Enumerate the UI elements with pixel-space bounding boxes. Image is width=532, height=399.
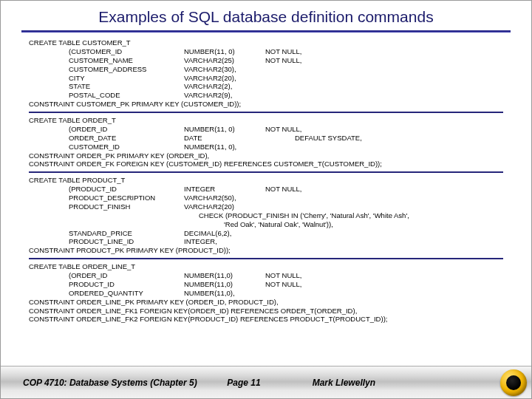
col-row: STANDARD_PRICEDECIMAL(6,2), bbox=[29, 229, 503, 238]
col-row: POSTAL_CODEVARCHAR2(9), bbox=[29, 91, 503, 100]
col-row: ORDER_DATEDATEDEFAULT SYSDATE, bbox=[29, 134, 503, 143]
sql-block-orderline: CREATE TABLE ORDER_LINE_T (ORDER_IDNUMBE… bbox=[29, 261, 503, 325]
col-row: PRODUCT_LINE_IDINTEGER, bbox=[29, 237, 503, 246]
constraint-line: CONSTRAINT ORDER_FK FOREIGN KEY (CUSTOME… bbox=[29, 160, 503, 168]
sql-block-product: CREATE TABLE PRODUCT_T (PRODUCT_IDINTEGE… bbox=[29, 174, 503, 256]
col-row: CUSTOMER_NAMEVARCHAR2(25)NOT NULL, bbox=[29, 56, 503, 65]
footer-course: COP 4710: Database Systems (Chapter 5) bbox=[23, 378, 197, 388]
col-row: CITYVARCHAR2(20), bbox=[29, 74, 503, 83]
footer-bar: COP 4710: Database Systems (Chapter 5) P… bbox=[1, 366, 531, 398]
slide-title: Examples of SQL database definition comm… bbox=[1, 1, 531, 30]
col-row: (CUSTOMER_IDNUMBER(11, 0)NOT NULL, bbox=[29, 47, 503, 56]
col-row: (ORDER_IDNUMBER(11, 0)NOT NULL, bbox=[29, 125, 503, 134]
constraint-line: CONSTRAINT ORDER_LINE_FK2 FOREIGN KEY(PR… bbox=[29, 315, 503, 324]
col-row: PRODUCT_DESCRIPTIONVARCHAR2(50), bbox=[29, 194, 503, 202]
sql-block-customer: CREATE TABLE CUSTOMER_T (CUSTOMER_IDNUMB… bbox=[29, 37, 503, 110]
constraint-line: CONSTRAINT PRODUCT_PK PRIMARY KEY (PRODU… bbox=[29, 246, 503, 255]
divider bbox=[29, 171, 503, 173]
check-constraint: 'Red Oak', 'Natural Oak', 'Walnut')), bbox=[29, 220, 503, 229]
create-stmt: CREATE TABLE ORDER_LINE_T bbox=[29, 262, 503, 271]
col-row: ORDERED_QUANTITYNUMBER(11,0), bbox=[29, 289, 503, 298]
ucf-logo-icon bbox=[500, 369, 527, 396]
col-row: CUSTOMER_IDNUMBER(11, 0), bbox=[29, 143, 503, 151]
col-row: PRODUCT_IDNUMBER(11,0)NOT NULL, bbox=[29, 280, 503, 289]
create-stmt: CREATE TABLE ORDER_T bbox=[29, 116, 503, 125]
title-underline bbox=[21, 30, 511, 33]
create-stmt: CREATE TABLE CUSTOMER_T bbox=[29, 38, 503, 47]
divider bbox=[29, 258, 503, 259]
col-row: CUSTOMER_ADDRESSVARCHAR2(30), bbox=[29, 65, 503, 74]
footer-author: Mark Llewellyn bbox=[290, 378, 487, 388]
constraint-line: CONSTRAINT ORDER_PK PRIMARY KEY (ORDER_I… bbox=[29, 151, 503, 160]
col-row: (ORDER_IDNUMBER(11,0)NOT NULL, bbox=[29, 271, 503, 280]
constraint-line: CONSTRAINT ORDER_LINE_FK1 FOREIGN KEY(OR… bbox=[29, 307, 503, 316]
constraint-line: CONSTRAINT CUSTOMER_PK PRIMARY KEY (CUST… bbox=[29, 100, 503, 109]
content-area: CREATE TABLE CUSTOMER_T (CUSTOMER_IDNUMB… bbox=[1, 34, 531, 366]
col-row: (PRODUCT_IDINTEGERNOT NULL, bbox=[29, 185, 503, 194]
constraint-line: CONSTRAINT ORDER_LINE_PK PRIMARY KEY (OR… bbox=[29, 298, 503, 307]
check-constraint: CHECK (PRODUCT_FINISH IN ('Cherry', 'Nat… bbox=[29, 211, 503, 220]
sql-block-order: CREATE TABLE ORDER_T (ORDER_IDNUMBER(11,… bbox=[29, 115, 503, 170]
footer-page: Page 11 bbox=[197, 378, 290, 388]
col-row: PRODUCT_FINISHVARCHAR2(20) bbox=[29, 202, 503, 211]
slide: Examples of SQL database definition comm… bbox=[0, 0, 532, 399]
create-stmt: CREATE TABLE PRODUCT_T bbox=[29, 176, 503, 185]
col-row: STATEVARCHAR2(2), bbox=[29, 82, 503, 91]
divider bbox=[29, 112, 503, 113]
